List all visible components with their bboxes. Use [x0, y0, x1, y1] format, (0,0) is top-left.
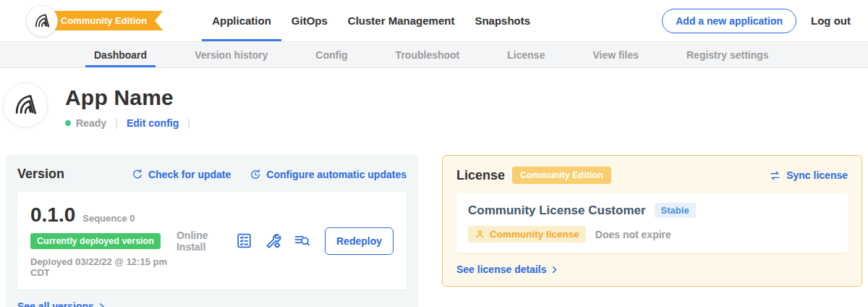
community-edition-badge: Community Edition: [512, 167, 611, 184]
topnav-actions: Add a new application Log out: [662, 0, 851, 41]
subtab-version-history[interactable]: Version history: [186, 42, 276, 67]
license-type-label: Community license: [490, 229, 579, 240]
secondary-nav: Dashboard Version history Config Trouble…: [0, 41, 868, 68]
subtab-dashboard[interactable]: Dashboard: [85, 42, 156, 67]
view-diff-icon[interactable]: [293, 232, 311, 250]
subtab-config[interactable]: Config: [307, 42, 356, 67]
tab-snapshots[interactable]: Snapshots: [464, 0, 540, 41]
current-version-panel: 0.1.0 Sequence 0 Currently deployed vers…: [17, 192, 407, 290]
license-card-title: License: [456, 168, 505, 183]
sync-license-link[interactable]: Sync license: [769, 169, 848, 182]
license-meta-row: Community license Does not expire: [468, 226, 836, 243]
preflight-checks-icon[interactable]: [235, 232, 253, 250]
logout-button[interactable]: Log out: [811, 14, 851, 27]
channel-badge: Stable: [655, 203, 696, 218]
brand: Community Edition: [26, 0, 163, 41]
top-nav: Community Edition Application GitOps Clu…: [0, 0, 868, 41]
version-card-links: Check for update Configure automatic upd…: [132, 169, 407, 180]
redeploy-button[interactable]: Redeploy: [325, 227, 393, 255]
version-number: 0.1.0: [30, 203, 75, 227]
chevron-right-icon: [97, 302, 106, 307]
subtab-registry-settings[interactable]: Registry settings: [678, 42, 778, 67]
divider: |: [115, 117, 118, 129]
edit-config-link[interactable]: Edit config: [127, 117, 179, 129]
person-icon: [475, 229, 485, 240]
version-card: Version Check for update Configure au: [6, 155, 418, 307]
expiry-text: Does not expire: [595, 229, 671, 240]
see-all-versions-label: See all versions: [17, 300, 94, 307]
subtab-license[interactable]: License: [498, 42, 553, 67]
version-number-row: 0.1.0 Sequence 0: [30, 203, 176, 227]
app-status-row: Ready | Edit config |: [65, 117, 199, 129]
version-card-title: Version: [17, 167, 64, 182]
refresh-icon: [132, 169, 143, 180]
edit-config-icon[interactable]: [264, 232, 282, 250]
license-detail-panel: Community License Customer Stable Commun…: [456, 193, 848, 253]
page-title: App Name: [65, 85, 199, 109]
status-badge: Ready: [76, 117, 106, 129]
see-license-details-label: See license details: [456, 264, 547, 275]
sync-arrows-icon: [769, 169, 781, 182]
version-info: 0.1.0 Sequence 0 Currently deployed vers…: [30, 203, 176, 278]
subtab-troubleshoot[interactable]: Troubleshoot: [387, 42, 469, 67]
version-actions: Online Install: [176, 227, 393, 255]
version-card-header: Version Check for update Configure au: [17, 167, 407, 182]
license-card-header: License Community Edition Sync license: [456, 167, 848, 184]
add-new-application-button[interactable]: Add a new application: [662, 9, 796, 33]
sequence-label: Sequence 0: [82, 213, 135, 224]
check-for-update-label: Check for update: [148, 169, 231, 180]
divider: |: [187, 117, 190, 129]
see-all-versions-link[interactable]: See all versions: [17, 300, 407, 307]
primary-tabs: Application GitOps Cluster Management Sn…: [202, 0, 540, 41]
replicated-logo-icon: [33, 12, 51, 30]
customer-name: Community License Customer: [468, 203, 646, 218]
sync-license-label: Sync license: [786, 169, 848, 181]
customer-row: Community License Customer Stable: [468, 203, 836, 218]
subtab-view-files[interactable]: View files: [584, 42, 647, 67]
tab-application[interactable]: Application: [202, 0, 281, 41]
license-type-badge: Community license: [468, 226, 586, 243]
license-card: License Community Edition Sync license C…: [442, 155, 862, 287]
install-type-label: Online Install: [176, 230, 221, 253]
configure-automatic-updates-label: Configure automatic updates: [266, 169, 407, 180]
check-for-update-link[interactable]: Check for update: [132, 169, 231, 180]
app-header: App Name Ready | Edit config |: [3, 83, 868, 129]
app-avatar: [3, 83, 48, 127]
dashboard-cards: Version Check for update Configure au: [6, 155, 862, 307]
app-logo-icon: [12, 91, 39, 119]
tab-gitops[interactable]: GitOps: [281, 0, 338, 41]
chevron-right-icon: [550, 265, 559, 274]
clock-refresh-icon: [250, 169, 261, 180]
configure-automatic-updates-link[interactable]: Configure automatic updates: [250, 169, 407, 180]
tab-cluster-management[interactable]: Cluster Management: [338, 0, 465, 41]
replicated-logo: [26, 5, 58, 37]
status-dot: [65, 120, 71, 126]
see-license-details-link[interactable]: See license details: [456, 264, 848, 275]
deployed-timestamp: Deployed 03/22/22 @ 12:15 pm CDT: [30, 256, 176, 278]
app-header-text: App Name Ready | Edit config |: [65, 83, 199, 129]
currently-deployed-badge: Currently deployed version: [30, 233, 161, 249]
